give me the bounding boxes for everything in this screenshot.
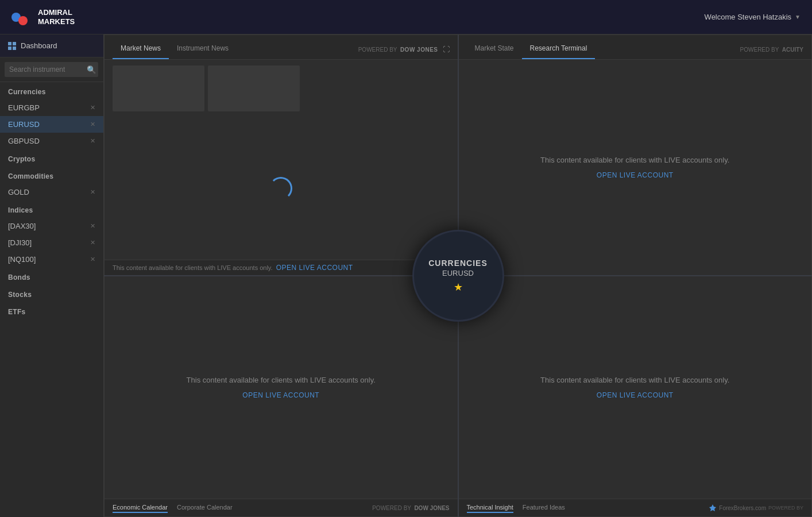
sidebar-item-eurgbp[interactable]: EURGBP ✕ bbox=[0, 99, 103, 116]
logo: ADMIRAL MARKETS bbox=[11, 8, 75, 26]
sidebar-nav-title: Dashboard bbox=[21, 41, 57, 50]
open-live-account-link-bottomright[interactable]: OPEN LIVE ACCOUNT bbox=[597, 391, 674, 400]
sidebar-category-commodities: Commodities bbox=[0, 167, 103, 184]
sidebar: Dashboard 🔍 Currencies EURGBP ✕ EURUSD ✕… bbox=[0, 34, 104, 517]
user-menu[interactable]: Welcome Steven Hatzakis ▼ bbox=[705, 13, 801, 21]
remove-eurgbp-icon[interactable]: ✕ bbox=[90, 104, 95, 111]
footer-powered-dowjones: POWERED BY DOW JONES bbox=[372, 505, 449, 511]
sidebar-item-gold[interactable]: GOLD ✕ bbox=[0, 184, 103, 200]
news-thumb-1[interactable] bbox=[113, 65, 204, 111]
remove-nq100-icon[interactable]: ✕ bbox=[90, 256, 95, 263]
logo-circle-red bbox=[18, 16, 28, 25]
logo-icon bbox=[11, 13, 32, 22]
technical-insight-body: This content available for clients with … bbox=[459, 276, 812, 499]
overlay-star[interactable]: ★ bbox=[454, 281, 463, 294]
search-button[interactable]: 🔍 bbox=[84, 63, 99, 76]
economic-footer-tabs: Economic Calendar Corporate Calendar bbox=[113, 503, 233, 513]
chevron-down-icon: ▼ bbox=[795, 14, 801, 20]
open-live-account-link-bottomleft[interactable]: OPEN LIVE ACCOUNT bbox=[242, 391, 319, 400]
news-thumb-2[interactable] bbox=[208, 65, 300, 111]
tab-research-terminal[interactable]: Research Terminal bbox=[522, 40, 596, 59]
powered-by-dowjones: POWERED BY DOW JONES bbox=[358, 47, 438, 53]
remove-eurusd-icon[interactable]: ✕ bbox=[90, 121, 95, 128]
economic-calendar-footer: Economic Calendar Corporate Calendar POW… bbox=[105, 499, 458, 516]
market-news-header: Market News Instrument News POWERED BY D… bbox=[105, 35, 458, 60]
news-thumbnails bbox=[105, 60, 458, 117]
economic-live-msg: This content available for clients with … bbox=[187, 376, 376, 384]
research-terminal-body: This content available for clients with … bbox=[459, 60, 812, 275]
sidebar-item-eurusd[interactable]: EURUSD ✕ bbox=[0, 116, 103, 133]
research-terminal-header: Market State Research Terminal POWERED B… bbox=[459, 35, 812, 60]
overlay-category: CURRENCIES bbox=[428, 258, 488, 268]
sidebar-item-gbpusd[interactable]: GBPUSD ✕ bbox=[0, 133, 103, 149]
market-news-body bbox=[105, 117, 458, 260]
technical-live-msg: This content available for clients with … bbox=[540, 376, 729, 384]
tab-instrument-news[interactable]: Instrument News bbox=[169, 40, 237, 59]
sidebar-category-stocks: Stocks bbox=[0, 285, 103, 302]
sidebar-nav-top[interactable]: Dashboard bbox=[0, 34, 103, 57]
research-live-msg: This content available for clients with … bbox=[540, 156, 729, 164]
open-live-account-link-topright[interactable]: OPEN LIVE ACCOUNT bbox=[597, 171, 674, 180]
fullscreen-button[interactable]: ⛶ bbox=[443, 45, 450, 53]
forexbrokers-icon bbox=[709, 504, 717, 512]
center-overlay: CURRENCIES EURUSD ★ bbox=[412, 230, 504, 322]
tab-market-state[interactable]: Market State bbox=[467, 40, 522, 59]
footer-forexbrokers: ForexBrokers.com POWERED BY bbox=[709, 504, 803, 512]
main-layout: Dashboard 🔍 Currencies EURGBP ✕ EURUSD ✕… bbox=[0, 34, 812, 517]
market-news-panel: Market News Instrument News POWERED BY D… bbox=[104, 34, 458, 276]
search-container: 🔍 bbox=[0, 57, 103, 82]
open-live-account-link-topleft[interactable]: OPEN LIVE ACCOUNT bbox=[276, 264, 353, 272]
market-news-header-right: POWERED BY DOW JONES ⛶ bbox=[358, 45, 450, 53]
technical-insight-panel: This content available for clients with … bbox=[458, 276, 813, 517]
sidebar-category-indices: Indices bbox=[0, 200, 103, 218]
sidebar-category-cryptos: Cryptos bbox=[0, 149, 103, 167]
market-news-bottom-bar: This content available for clients with … bbox=[105, 260, 458, 275]
tab-economic-calendar[interactable]: Economic Calendar bbox=[113, 503, 168, 513]
remove-dax30-icon[interactable]: ✕ bbox=[90, 222, 95, 230]
technical-footer-tabs: Technical Insight Featured Ideas bbox=[467, 503, 565, 513]
powered-by-acuity: POWERED BY ACUITY bbox=[740, 47, 803, 53]
sidebar-item-dax30[interactable]: [DAX30] ✕ bbox=[0, 218, 103, 234]
sidebar-category-bonds: Bonds bbox=[0, 268, 103, 285]
tab-corporate-calendar[interactable]: Corporate Calendar bbox=[177, 503, 233, 513]
tab-featured-ideas[interactable]: Featured Ideas bbox=[523, 503, 565, 513]
tab-technical-insight[interactable]: Technical Insight bbox=[467, 503, 513, 513]
sidebar-category-etfs: ETFs bbox=[0, 302, 103, 319]
sidebar-item-nq100[interactable]: [NQ100] ✕ bbox=[0, 251, 103, 268]
research-terminal-header-right: POWERED BY ACUITY bbox=[740, 47, 803, 53]
tab-market-news[interactable]: Market News bbox=[113, 40, 169, 59]
app-header: ADMIRAL MARKETS Welcome Steven Hatzakis … bbox=[0, 0, 812, 34]
research-terminal-panel: Market State Research Terminal POWERED B… bbox=[458, 34, 813, 276]
research-terminal-tabs: Market State Research Terminal bbox=[467, 40, 596, 59]
loading-spinner bbox=[269, 177, 292, 200]
sidebar-item-dji30[interactable]: [DJI30] ✕ bbox=[0, 234, 103, 251]
sidebar-category-currencies: Currencies bbox=[0, 82, 103, 99]
svg-marker-0 bbox=[709, 504, 716, 511]
dashboard-icon bbox=[8, 42, 16, 50]
remove-gold-icon[interactable]: ✕ bbox=[90, 188, 95, 196]
content-area: CURRENCIES EURUSD ★ Market News Instrume… bbox=[104, 34, 812, 517]
remove-dji30-icon[interactable]: ✕ bbox=[90, 239, 95, 246]
overlay-instrument: EURUSD bbox=[442, 269, 474, 277]
logo-text: ADMIRAL MARKETS bbox=[38, 8, 75, 26]
economic-calendar-panel: This content available for clients with … bbox=[104, 276, 458, 517]
remove-gbpusd-icon[interactable]: ✕ bbox=[90, 137, 95, 145]
economic-calendar-body: This content available for clients with … bbox=[105, 276, 458, 499]
technical-insight-footer: Technical Insight Featured Ideas ForexBr… bbox=[459, 499, 812, 516]
market-news-tabs: Market News Instrument News bbox=[113, 40, 237, 59]
